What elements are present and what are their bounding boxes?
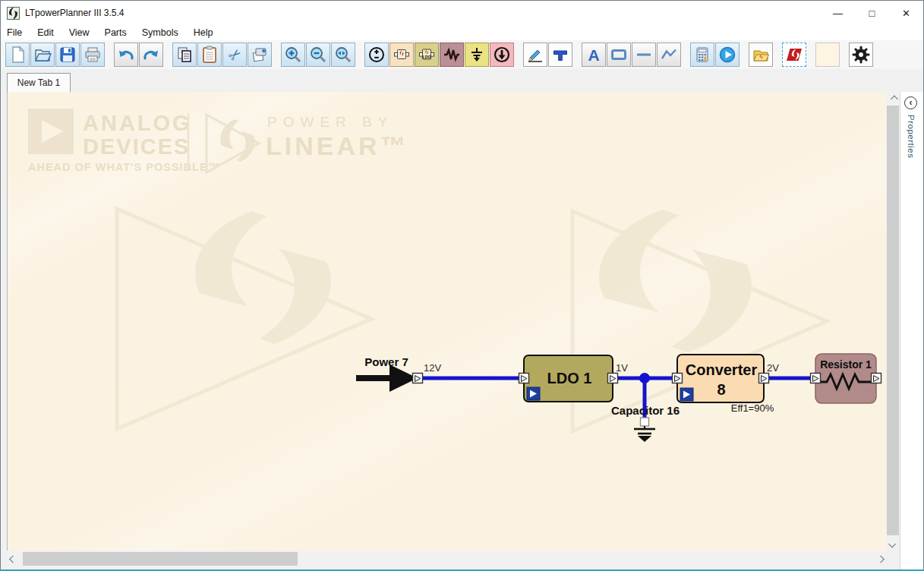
wire-junction-dot [639,373,650,383]
svg-text:LDO: LDO [423,55,431,59]
component-resistor[interactable]: Resistor 1 [815,354,876,403]
resistor-label: Resistor 1 [820,358,872,371]
menu-file[interactable]: File [7,26,30,39]
component-ldo[interactable]: LDO 1 [524,355,613,402]
bottom-strip [1,567,900,571]
open-folder-icon [33,46,52,64]
horizontal-scrollbar[interactable] [7,550,886,567]
source-label: Power 7 [364,355,408,368]
draw-wire-button[interactable] [523,43,547,67]
converter-efficiency-label: Eff1=90% [731,402,774,414]
scroll-right-button[interactable] [872,550,886,567]
zoom-fit-icon [334,46,352,64]
scroll-left-button[interactable] [7,550,20,567]
add-text-button[interactable]: A [582,43,606,67]
calculator-button[interactable] [690,43,714,67]
tab-bar: New Tab 1 [1,69,923,92]
ldo-play-badge[interactable] [527,387,540,400]
lt-logo-icon [785,46,803,64]
zoom-out-button[interactable] [306,43,330,67]
paste-button[interactable] [197,43,222,67]
converter-voltage-label: 2V [767,362,779,374]
run-analysis-button[interactable] [715,43,740,67]
menu-symbols[interactable]: Symbols [142,26,186,39]
add-ldo-button[interactable]: LDO [415,43,439,67]
undo-icon [117,46,135,64]
converter-icon [393,46,411,64]
menu-edit[interactable]: Edit [37,26,61,39]
converter-play-badge[interactable] [680,388,693,401]
watermark-analog: ANALOG [83,111,192,135]
design-canvas[interactable]: ANALOG DEVICES AHEAD OF WHAT'S POSSIBLE™… [7,92,886,550]
scroll-up-button[interactable] [886,92,900,106]
menu-help[interactable]: Help [194,26,221,39]
add-load-button[interactable] [490,43,514,67]
menu-view[interactable]: View [69,26,97,39]
component-converter[interactable]: Converter 8 [677,355,764,402]
examples-folder-icon [752,46,770,64]
add-capacitor-button[interactable] [465,43,489,67]
horizontal-scroll-thumb[interactable] [23,552,298,566]
zoom-out-icon [309,46,327,64]
paste-icon [200,46,219,64]
copy-icon [175,46,194,64]
minimize-button[interactable]: — [821,1,855,25]
ldo-label: LDO 1 [547,370,592,386]
maximize-button[interactable]: □ [855,1,889,25]
watermark-power-by: POWER BY [267,114,393,130]
new-file-button[interactable] [5,43,30,67]
add-rectangle-button[interactable] [607,43,631,67]
ldo-icon: LDO [418,46,436,64]
converter-label: Converter [686,361,758,378]
play-icon [718,46,736,64]
add-resistor-button[interactable] [440,43,464,67]
add-line-button[interactable] [632,43,656,67]
redo-icon [142,46,160,64]
resistor-icon [443,46,461,64]
new-file-icon [8,46,27,64]
cut-button[interactable]: ✂ [222,43,247,67]
zoom-in-button[interactable] [281,43,305,67]
open-examples-button[interactable] [749,43,773,67]
close-button[interactable]: ✕ [889,1,923,25]
open-file-button[interactable] [30,43,55,67]
scroll-down-icon [888,540,896,547]
load-icon [493,46,511,64]
print-button[interactable] [80,43,105,67]
tap-icon [551,46,569,64]
menu-parts[interactable]: Parts [105,26,134,39]
watermark-tagline: AHEAD OF WHAT'S POSSIBLE™ [28,161,219,173]
lt-logo-button[interactable] [782,43,806,67]
text-tool-icon: A [588,47,599,63]
vertical-scroll-thumb[interactable] [887,106,899,535]
snapshot-button[interactable] [248,43,272,67]
properties-expand-button[interactable]: ‹ [904,96,917,109]
scroll-right-icon [876,555,884,563]
rectangle-icon [610,46,628,64]
pencil-line-icon [526,46,544,64]
tab-new-tab-1[interactable]: New Tab 1 [7,73,71,92]
save-file-button[interactable] [55,43,80,67]
copy-button[interactable] [172,43,197,67]
zoom-in-icon [284,46,302,64]
redo-button[interactable] [139,43,163,67]
add-source-button[interactable] [364,43,389,67]
add-tap-button[interactable] [548,43,572,67]
undo-button[interactable] [114,43,138,67]
polyline-icon [660,46,678,64]
save-icon [58,46,77,64]
zoom-fit-button[interactable] [331,43,355,67]
window-title: LTpowerPlanner III 3.5.4 [25,8,125,18]
watermark-devices: DEVICES [83,134,190,159]
watermark-linear: LINEAR™ [266,131,409,160]
add-polyline-button[interactable] [657,43,681,67]
properties-panel-label[interactable]: Properties [907,115,916,158]
settings-button[interactable] [849,43,873,67]
capacitor-icon [468,46,486,64]
canvas-color-button[interactable] [815,43,840,67]
add-converter-button[interactable] [389,43,414,67]
calculator-icon [693,46,711,64]
cut-icon: ✂ [225,45,244,65]
scroll-down-button[interactable] [886,537,900,550]
snapshot-icon [251,46,269,64]
